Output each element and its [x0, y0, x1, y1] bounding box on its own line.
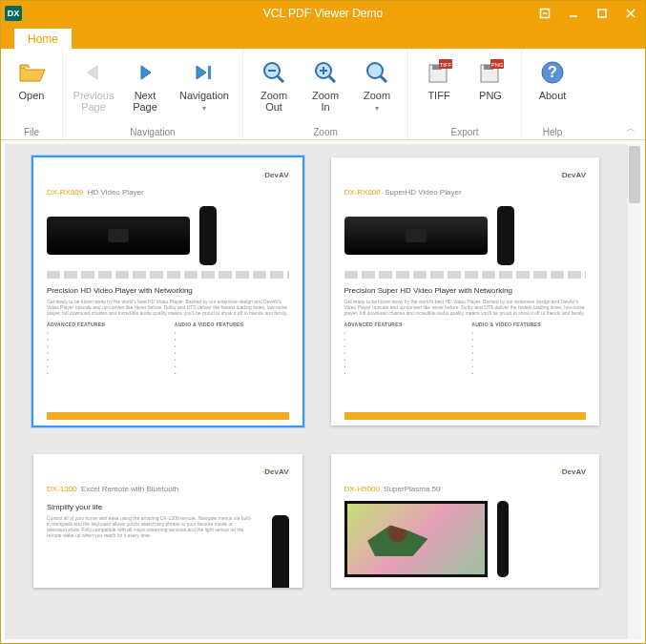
thumbnail-grid[interactable]: ◦DevAV DX-RX809 HD Video Player Precisio…: [5, 144, 628, 639]
page-headline: Simplify your life: [47, 503, 289, 511]
zoom-in-label: Zoom In: [312, 90, 339, 113]
brand-logo: ◦DevAV: [261, 171, 288, 179]
title-bar: DX VCL PDF Viewer Demo: [1, 1, 645, 26]
product-image: [344, 501, 488, 577]
maximize-button[interactable]: [588, 1, 616, 26]
help-icon: ?: [537, 57, 568, 88]
previous-page-button: Previous Page: [69, 52, 118, 114]
zoom-out-button[interactable]: Zoom Out: [249, 52, 299, 114]
app-badge: DX: [5, 6, 22, 21]
tiff-label: TIFF: [427, 90, 449, 113]
floppy-tiff-icon: TIFF: [424, 57, 454, 88]
minimize-button[interactable]: [559, 1, 588, 26]
page-thumbnail-2[interactable]: ◦DevAV DX-RX800 SuperHD Video Player Pre…: [331, 157, 600, 426]
next-page-button[interactable]: Next Page: [120, 52, 170, 114]
svg-line-15: [381, 76, 386, 82]
floppy-png-icon: PNG: [475, 57, 506, 88]
svg-line-11: [329, 76, 335, 82]
page-headline: Precision HD Video Player with Networkin…: [47, 286, 289, 295]
zoom-out-label: Zoom Out: [260, 90, 287, 113]
vertical-scrollbar[interactable]: [628, 144, 641, 639]
zoom-label: Zoom▾: [364, 90, 390, 114]
window-title: VCL PDF Viewer Demo: [263, 7, 383, 20]
remote-image: [497, 206, 514, 265]
arrow-right-icon: [130, 57, 160, 88]
group-file: Open File: [1, 49, 63, 139]
brand-logo: ◦DevAV: [559, 171, 586, 179]
brand-logo: ◦DevAV: [559, 467, 586, 476]
window-options-button[interactable]: [531, 1, 559, 26]
group-help: ? About Help: [522, 49, 583, 139]
group-export-label: Export: [414, 127, 515, 139]
group-zoom-label: Zoom: [249, 127, 402, 139]
open-button[interactable]: Open: [7, 52, 56, 114]
page-footer-bar: [344, 412, 587, 420]
group-navigation-label: Navigation: [69, 127, 237, 139]
group-navigation: Previous Page Next Page Navigation▾ Navi…: [63, 49, 243, 139]
product-image: [47, 217, 190, 255]
about-label: About: [539, 90, 567, 113]
svg-text:TIFF: TIFF: [440, 62, 452, 68]
svg-rect-6: [208, 66, 211, 79]
close-button[interactable]: [616, 1, 645, 26]
viewer-area: ◦DevAV DX-RX809 HD Video Player Precisio…: [1, 140, 645, 643]
svg-line-8: [278, 76, 283, 82]
page-thumbnail-3[interactable]: ◦DevAV DX-1300 Excel Remote with Bluetoo…: [33, 454, 302, 588]
open-label: Open: [19, 90, 45, 113]
scrollbar-thumb[interactable]: [629, 146, 640, 203]
arrow-left-icon: [78, 57, 109, 88]
page-thumbnail-1[interactable]: ◦DevAV DX-RX809 HD Video Player Precisio…: [33, 157, 302, 426]
collapse-ribbon-button[interactable]: ︿: [622, 120, 639, 137]
navigation-dropdown[interactable]: Navigation▾: [172, 52, 237, 115]
page-body-text: Get ready to be blown away by the world'…: [47, 299, 289, 316]
group-export: TIFF TIFF PNG PNG Export: [408, 49, 522, 139]
zoom-out-icon: [259, 57, 289, 88]
remote-image: [272, 515, 289, 588]
previous-page-label: Previous Page: [73, 90, 115, 113]
product-image: [344, 217, 488, 255]
arrow-right-end-icon: [189, 57, 219, 88]
group-zoom: Zoom Out Zoom In Zoom▾ Zoom: [243, 49, 408, 139]
page-headline: Precision Super HD Video Player with Net…: [344, 286, 587, 295]
page-body-text: Get ready to be blown away by the world'…: [344, 299, 587, 316]
spec-logos: [344, 271, 587, 279]
folder-open-icon: [16, 57, 47, 88]
group-file-label: File: [7, 127, 56, 139]
remote-image: [497, 501, 509, 577]
png-label: PNG: [479, 90, 502, 113]
tab-home[interactable]: Home: [14, 29, 72, 49]
svg-text:PNG: PNG: [490, 62, 503, 68]
svg-text:?: ?: [548, 64, 557, 80]
remote-image: [199, 206, 217, 265]
ribbon-tabstrip: Home: [1, 26, 645, 49]
chevron-down-icon: ▾: [202, 104, 206, 113]
export-tiff-button[interactable]: TIFF TIFF: [414, 52, 464, 114]
about-button[interactable]: ? About: [528, 52, 577, 114]
page-thumbnail-4[interactable]: ◦DevAV DX-H5000 SuperPlasma 50: [331, 454, 600, 588]
chevron-up-icon: ︿: [626, 123, 636, 134]
magnifier-icon: [362, 57, 392, 88]
svg-point-14: [367, 63, 383, 78]
export-png-button[interactable]: PNG PNG: [466, 52, 515, 114]
navigation-label: Navigation▾: [179, 90, 229, 114]
zoom-dropdown[interactable]: Zoom▾: [352, 52, 402, 115]
group-help-label: Help: [528, 127, 577, 139]
spec-logos: [47, 271, 289, 279]
ribbon: Open File Previous Page Next Page Naviga…: [1, 49, 645, 140]
chevron-down-icon: ▾: [375, 104, 379, 113]
zoom-in-icon: [310, 57, 341, 88]
next-page-label: Next Page: [133, 90, 157, 113]
svg-rect-3: [598, 10, 606, 17]
page-body-text: Control all of your home with ease using…: [47, 515, 253, 538]
page-footer-bar: [47, 412, 289, 420]
brand-logo: ◦DevAV: [261, 467, 288, 476]
zoom-in-button[interactable]: Zoom In: [301, 52, 350, 114]
